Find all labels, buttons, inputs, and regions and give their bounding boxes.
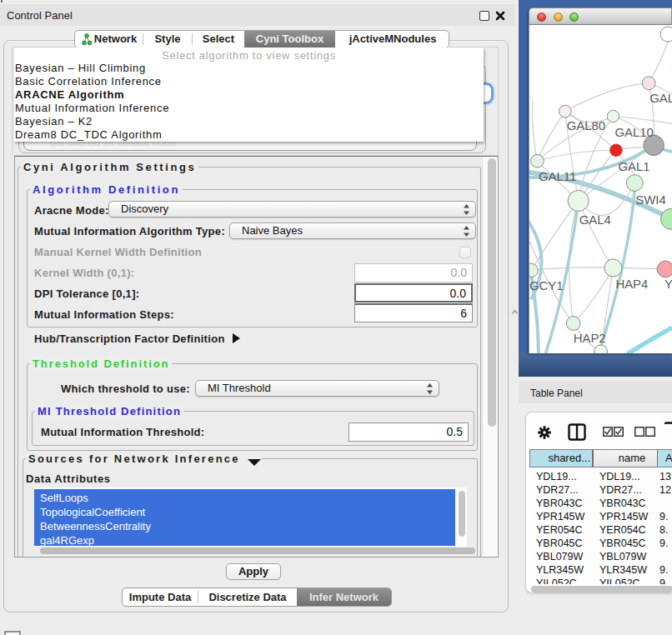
svg-text:SWI4: SWI4	[635, 193, 665, 207]
svg-text:HAP4: HAP4	[615, 278, 648, 291]
svg-text:GAL4: GAL4	[579, 213, 611, 227]
svg-text:GAL: GAL	[649, 92, 672, 105]
svg-text:Y: Y	[664, 278, 672, 291]
svg-text:GAL10: GAL10	[614, 126, 653, 139]
svg-text:GAL80: GAL80	[567, 119, 605, 132]
svg-text:GCY1: GCY1	[529, 279, 564, 292]
svg-text:GAL11: GAL11	[539, 170, 576, 183]
svg-text:GAL1: GAL1	[618, 160, 649, 173]
svg-text:HAP2: HAP2	[574, 332, 606, 345]
